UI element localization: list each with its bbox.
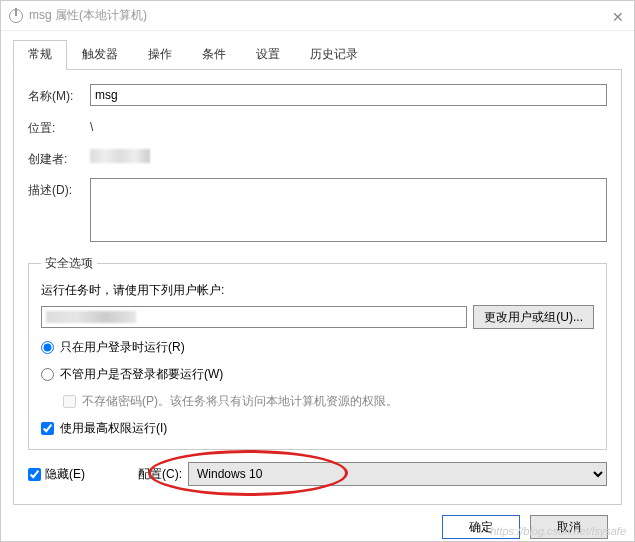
- hidden-label: 隐藏(E): [45, 466, 85, 483]
- radio-run-logged-on-label: 只在用户登录时运行(R): [60, 339, 185, 356]
- radio-run-any-user-label: 不管用户是否登录都要运行(W): [60, 366, 223, 383]
- creator-value-redacted: [90, 149, 150, 163]
- watermark-text: https://blog.csdn.net/lsysafe: [490, 525, 626, 537]
- name-input[interactable]: [90, 84, 607, 106]
- configure-for-label: 配置(C):: [138, 466, 182, 483]
- radio-run-any-user[interactable]: [41, 368, 54, 381]
- tab-strip: 常规 触发器 操作 条件 设置 历史记录: [13, 39, 622, 70]
- checkbox-highest-privileges[interactable]: [41, 422, 54, 435]
- name-label: 名称(M):: [28, 84, 90, 105]
- configure-for-select[interactable]: Windows 10: [188, 462, 607, 486]
- location-label: 位置:: [28, 116, 90, 137]
- tab-triggers[interactable]: 触发器: [67, 40, 133, 70]
- security-options-group: 安全选项 运行任务时，请使用下列用户帐户: 更改用户或组(U)... 只在用户登…: [28, 255, 607, 450]
- description-label: 描述(D):: [28, 178, 90, 199]
- tab-actions[interactable]: 操作: [133, 40, 187, 70]
- close-icon[interactable]: ✕: [612, 9, 624, 25]
- runas-account-redacted: [46, 311, 136, 323]
- window-title: msg 属性(本地计算机): [29, 7, 147, 24]
- radio-run-logged-on[interactable]: [41, 341, 54, 354]
- checkbox-no-store-password: [63, 395, 76, 408]
- runas-label: 运行任务时，请使用下列用户帐户:: [41, 282, 594, 299]
- description-input[interactable]: [90, 178, 607, 242]
- titlebar: msg 属性(本地计算机) ✕: [1, 1, 634, 31]
- tab-settings[interactable]: 设置: [241, 40, 295, 70]
- tab-panel-general: 名称(M): 位置: \ 创建者: 描述(D): 安全选项 运行任务时，请使用下…: [13, 70, 622, 505]
- location-value: \: [90, 116, 607, 134]
- tab-conditions[interactable]: 条件: [187, 40, 241, 70]
- security-legend: 安全选项: [41, 255, 97, 272]
- tab-history[interactable]: 历史记录: [295, 40, 373, 70]
- tab-general[interactable]: 常规: [13, 40, 67, 70]
- app-icon: [9, 9, 23, 23]
- dialog-window: msg 属性(本地计算机) ✕ 常规 触发器 操作 条件 设置 历史记录 名称(…: [0, 0, 635, 542]
- checkbox-hidden[interactable]: [28, 468, 41, 481]
- highest-privileges-label: 使用最高权限运行(I): [60, 420, 167, 437]
- no-store-password-label: 不存储密码(P)。该任务将只有访问本地计算机资源的权限。: [82, 393, 398, 410]
- change-user-button[interactable]: 更改用户或组(U)...: [473, 305, 594, 329]
- creator-label: 创建者:: [28, 147, 90, 168]
- runas-account-display: [41, 306, 467, 328]
